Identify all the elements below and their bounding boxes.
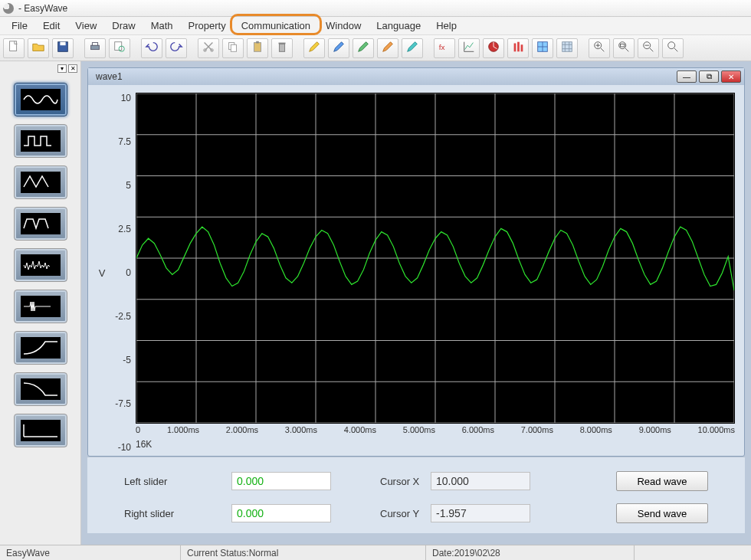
waveform-sidebar: ▾ ✕ — [0, 61, 81, 545]
pencil-yellow-button[interactable] — [303, 38, 325, 58]
menu-property[interactable]: Property — [182, 18, 233, 34]
svg-rect-14 — [279, 43, 286, 44]
waveform-trapezoid-button[interactable] — [14, 207, 67, 241]
sidebar-close-icon[interactable]: ✕ — [68, 64, 77, 73]
right-slider-input[interactable] — [231, 504, 331, 522]
waveform-sine-button[interactable] — [14, 83, 67, 116]
workarea: wave1 — ⧉ ✕ V 107.552.50-2.5-5-7.5-10 — [81, 61, 751, 545]
print-icon — [88, 40, 102, 56]
open-file-button[interactable] — [28, 38, 49, 58]
grid-icon — [536, 40, 549, 56]
svg-rect-3 — [91, 45, 100, 49]
preview-button[interactable] — [109, 38, 130, 58]
status-spacer — [635, 545, 751, 560]
menu-file[interactable]: File — [5, 18, 34, 34]
undo-button[interactable] — [141, 38, 162, 58]
svg-rect-11 — [254, 43, 261, 52]
menu-language[interactable]: Language — [369, 18, 428, 34]
left-slider-input[interactable] — [231, 472, 331, 490]
maximize-button[interactable]: ⧉ — [699, 70, 719, 83]
window-title: - EasyWave — [18, 3, 67, 14]
menu-edit[interactable]: Edit — [36, 18, 67, 34]
waveform-square-button[interactable] — [14, 124, 67, 158]
waveform-square-icon — [21, 130, 61, 152]
waveform-noise-button[interactable] — [14, 248, 67, 282]
menu-help[interactable]: Help — [429, 18, 464, 34]
radar-icon — [487, 40, 500, 56]
status-app: EasyWave — [0, 545, 181, 560]
y-axis-ticks: 107.552.50-2.5-5-7.5-10 — [110, 93, 136, 453]
radar-button[interactable] — [483, 38, 504, 58]
close-button[interactable]: ✕ — [721, 70, 741, 83]
waveform-triangle-button[interactable] — [14, 165, 67, 199]
xtick: 0 — [136, 425, 140, 437]
waveform-exp-rise-icon — [21, 337, 61, 359]
pencil-green-button[interactable] — [353, 38, 374, 58]
waveform-sine-icon — [21, 89, 61, 110]
chart-window: wave1 — ⧉ ✕ V 107.552.50-2.5-5-7.5-10 — [87, 67, 745, 457]
zoom-area-button[interactable] — [662, 38, 684, 58]
columns-button[interactable] — [507, 38, 529, 58]
zoom-out-button[interactable] — [638, 38, 659, 58]
svg-rect-4 — [92, 43, 97, 46]
zoom-fit-icon — [617, 40, 631, 56]
waveform-burst-button[interactable] — [14, 290, 67, 323]
grid-button[interactable] — [532, 38, 553, 58]
cursor-x-value[interactable] — [431, 472, 530, 490]
zoom-out-icon — [641, 40, 655, 56]
menu-view[interactable]: View — [68, 18, 103, 34]
pencil-orange-button[interactable] — [377, 38, 398, 58]
send-wave-button[interactable]: Send wave — [616, 503, 708, 523]
controls-panel: Left slider Cursor X Read wave Right sli… — [87, 457, 745, 533]
titlebar: - EasyWave — [0, 0, 751, 17]
redo-button[interactable] — [166, 38, 187, 58]
menu-window[interactable]: Window — [319, 18, 368, 34]
cut-icon — [202, 40, 215, 56]
cursor-y-value[interactable] — [431, 504, 530, 522]
waveform-dc-icon — [21, 420, 61, 441]
pencil-orange-icon — [381, 40, 395, 56]
plot-area[interactable] — [136, 93, 735, 424]
paste-button[interactable] — [247, 38, 268, 58]
app-icon — [3, 3, 14, 14]
sidebar-dropdown-icon[interactable]: ▾ — [57, 64, 67, 73]
fx-button[interactable]: fx — [434, 38, 455, 58]
zoom-in-button[interactable] — [589, 38, 610, 58]
fx-icon: fx — [438, 40, 451, 56]
pencil-yellow-icon — [307, 40, 321, 56]
xtick: 10.000ms — [698, 425, 735, 437]
grid-small-button[interactable] — [556, 38, 578, 58]
menu-draw[interactable]: Draw — [105, 18, 142, 34]
chart-xy-button[interactable] — [458, 38, 480, 58]
pencil-teal-icon — [405, 40, 419, 56]
save-file-button[interactable] — [52, 38, 74, 58]
zoom-fit-button[interactable] — [613, 38, 635, 58]
cut-button[interactable] — [198, 38, 219, 58]
chart-window-titlebar: wave1 — ⧉ ✕ — [88, 68, 744, 85]
menu-communication[interactable]: Communication — [234, 18, 317, 34]
waveform-dc-button[interactable] — [14, 414, 67, 447]
pencil-blue-button[interactable] — [328, 38, 349, 58]
copy-icon — [226, 40, 240, 56]
pencil-teal-button[interactable] — [402, 38, 423, 58]
window-controls: — ⧉ ✕ — [677, 70, 741, 83]
read-wave-button[interactable]: Read wave — [616, 471, 708, 491]
svg-rect-10 — [231, 44, 236, 51]
svg-rect-17 — [514, 44, 517, 52]
minimize-button[interactable]: — — [677, 70, 697, 83]
menubar: FileEditViewDrawMathPropertyCommunicatio… — [0, 17, 751, 35]
sidebar-head: ▾ ✕ — [0, 64, 80, 75]
toolbar: fx — [0, 35, 751, 61]
delete-button[interactable] — [271, 38, 293, 58]
waveform-exp-fall-icon — [21, 378, 61, 400]
menu-math[interactable]: Math — [144, 18, 180, 34]
copy-button[interactable] — [222, 38, 244, 58]
ytick: -2.5 — [110, 311, 131, 322]
xtick: 5.000ms — [403, 425, 435, 437]
ytick: -5 — [110, 355, 131, 365]
new-file-button[interactable] — [3, 38, 25, 58]
print-button[interactable] — [84, 38, 106, 58]
zoom-in-icon — [592, 40, 606, 56]
waveform-exp-rise-button[interactable] — [14, 331, 67, 365]
waveform-exp-fall-button[interactable] — [14, 372, 67, 406]
